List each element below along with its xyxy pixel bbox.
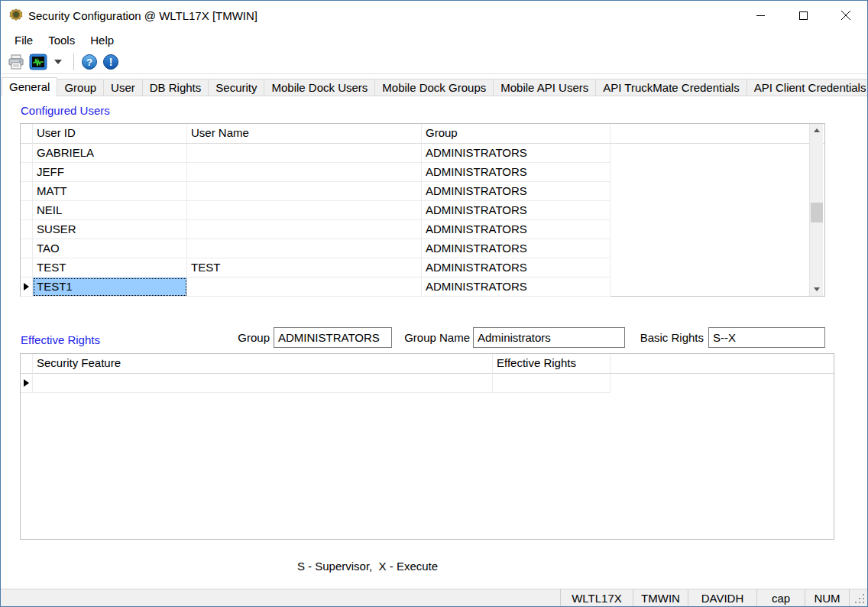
- table-row[interactable]: SUSER ADMINISTRATORS: [21, 220, 824, 239]
- cell-user-id-selected[interactable]: TEST1: [33, 278, 187, 297]
- table-row[interactable]: GABRIELA ADMINISTRATORS: [21, 144, 824, 163]
- row-marker-cell: [21, 258, 33, 278]
- cell-group[interactable]: ADMINISTRATORS: [422, 220, 611, 239]
- security-badge-icon: [9, 8, 23, 22]
- maximize-button[interactable]: [782, 1, 824, 30]
- menu-tools[interactable]: Tools: [40, 31, 83, 49]
- table-row[interactable]: TEST TEST ADMINISTRATORS: [21, 258, 824, 278]
- resize-grip[interactable]: [849, 589, 867, 606]
- tab-mobile-dock-groups[interactable]: Mobile Dock Groups: [374, 79, 494, 96]
- menu-help[interactable]: Help: [83, 31, 121, 49]
- scrollbar-thumb[interactable]: [811, 203, 823, 222]
- cell-group[interactable]: ADMINISTRATORS: [422, 239, 611, 258]
- status-user: DAVIDH: [688, 589, 756, 606]
- cell-user-id[interactable]: TAO: [33, 239, 187, 258]
- table-row-selected[interactable]: TEST1 ADMINISTRATORS: [21, 278, 824, 297]
- help-icon: ?: [81, 54, 98, 70]
- table-row[interactable]: TAO ADMINISTRATORS: [21, 239, 824, 258]
- scroll-down-arrow-icon: [814, 287, 820, 291]
- header-filler: [611, 354, 834, 374]
- scroll-up-arrow-icon: [814, 128, 820, 132]
- table-row-empty[interactable]: [21, 374, 834, 393]
- activity-monitor-dropdown[interactable]: [50, 52, 69, 72]
- cell-group[interactable]: ADMINISTRATORS: [422, 163, 611, 182]
- row-marker-cell: [21, 163, 33, 182]
- status-spacer: [1, 589, 560, 606]
- tab-mobile-dock-users[interactable]: Mobile Dock Users: [264, 79, 375, 96]
- resize-grip-icon: [855, 594, 866, 605]
- column-header-user-id[interactable]: User ID: [33, 124, 187, 144]
- cell-group[interactable]: ADMINISTRATORS: [422, 278, 611, 297]
- tab-group[interactable]: Group: [57, 79, 104, 96]
- cell-user-name[interactable]: [187, 278, 422, 297]
- cell-user-name[interactable]: [187, 144, 422, 163]
- tab-db-rights[interactable]: DB Rights: [142, 79, 209, 96]
- configured-users-table: User ID User Name Group GABRIELA ADMINIS…: [20, 123, 825, 297]
- table-row[interactable]: MATT ADMINISTRATORS: [21, 182, 824, 201]
- close-button[interactable]: [824, 1, 867, 30]
- tab-mobile-api-users[interactable]: Mobile API Users: [493, 79, 596, 96]
- svg-text:!: !: [109, 56, 113, 68]
- table-row[interactable]: NEIL ADMINISTRATORS: [21, 201, 824, 220]
- basic-rights-field-input[interactable]: S--X: [708, 327, 825, 348]
- help-button[interactable]: ?: [79, 52, 100, 72]
- cell-user-name[interactable]: [187, 239, 422, 258]
- header-filler: [611, 124, 824, 144]
- group-name-field-label: Group Name: [398, 331, 470, 344]
- header-marker-cell: [21, 124, 33, 144]
- tab-api-truckmate-credentials[interactable]: API TruckMate Credentials: [595, 79, 747, 96]
- column-header-group[interactable]: Group: [422, 124, 611, 144]
- column-header-security-feature[interactable]: Security Feature: [33, 354, 493, 374]
- activity-monitor-icon: [29, 54, 47, 70]
- menu-file[interactable]: File: [7, 31, 40, 49]
- cell-user-name[interactable]: [187, 182, 422, 201]
- minimize-button[interactable]: [739, 1, 782, 30]
- activity-monitor-button[interactable]: [27, 52, 50, 72]
- cell-group[interactable]: ADMINISTRATORS: [422, 258, 611, 278]
- header-marker-cell: [21, 354, 33, 374]
- print-button[interactable]: [5, 52, 27, 72]
- cell-user-name[interactable]: TEST: [187, 258, 422, 278]
- column-header-user-name[interactable]: User Name: [187, 124, 422, 144]
- row-marker-cell: [21, 144, 33, 163]
- group-field-label: Group: [199, 331, 270, 344]
- scroll-down-button[interactable]: [810, 283, 824, 296]
- cell-security-feature[interactable]: [33, 374, 493, 393]
- group-field-input[interactable]: ADMINISTRATORS: [274, 327, 392, 348]
- cell-group[interactable]: ADMINISTRATORS: [422, 201, 611, 220]
- row-marker-cell: [21, 201, 33, 220]
- status-bar: WLTL17X TMWIN DAVIDH cap NUM: [1, 589, 867, 606]
- info-button[interactable]: !: [100, 52, 121, 72]
- info-icon: !: [102, 54, 119, 70]
- current-row-arrow-icon: [24, 379, 29, 387]
- cell-user-id[interactable]: MATT: [33, 182, 187, 201]
- close-icon: [841, 11, 850, 20]
- row-marker-cell: [21, 374, 33, 393]
- status-database: TMWIN: [633, 589, 688, 606]
- cell-user-name[interactable]: [187, 220, 422, 239]
- cell-effective-rights[interactable]: [493, 374, 611, 393]
- scroll-up-button[interactable]: [810, 124, 824, 137]
- tab-api-client-credentials[interactable]: API Client Credentials: [747, 79, 868, 96]
- cell-group[interactable]: ADMINISTRATORS: [422, 182, 611, 201]
- row-marker-cell: [21, 278, 33, 297]
- cell-user-id[interactable]: GABRIELA: [33, 144, 187, 163]
- cell-user-id[interactable]: SUSER: [33, 220, 187, 239]
- tab-security[interactable]: Security: [208, 79, 264, 96]
- cell-user-name[interactable]: [187, 201, 422, 220]
- cell-user-id[interactable]: JEFF: [33, 163, 187, 182]
- effective-rights-table: Security Feature Effective Rights: [20, 353, 834, 540]
- cell-user-id[interactable]: NEIL: [33, 201, 187, 220]
- tab-user[interactable]: User: [103, 79, 143, 96]
- dropdown-arrow-icon: [54, 60, 62, 64]
- cell-user-id[interactable]: TEST: [33, 258, 187, 278]
- column-header-effective-rights[interactable]: Effective Rights: [493, 354, 611, 374]
- titlebar: Security Configuration @ WLTL17X [TMWIN]: [1, 1, 867, 30]
- vertical-scrollbar[interactable]: [809, 124, 823, 296]
- maximize-icon: [799, 11, 808, 20]
- group-name-field-input[interactable]: Administrators: [473, 327, 625, 348]
- tab-general[interactable]: General: [2, 77, 57, 96]
- table-row[interactable]: JEFF ADMINISTRATORS: [21, 163, 824, 182]
- cell-user-name[interactable]: [187, 163, 422, 182]
- cell-group[interactable]: ADMINISTRATORS: [422, 144, 611, 163]
